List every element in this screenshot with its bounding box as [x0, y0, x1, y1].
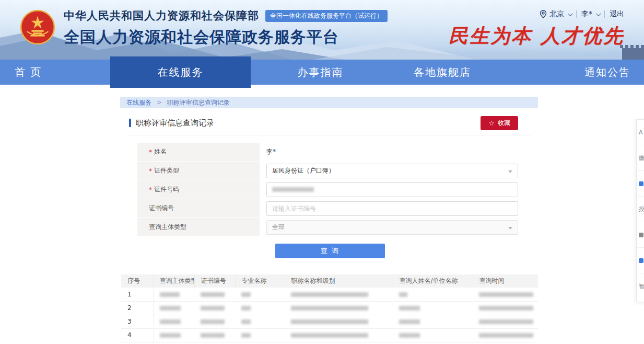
- required-mark: *: [149, 167, 152, 175]
- breadcrumb-separator: >: [157, 99, 162, 106]
- redacted-cell-value: [201, 319, 225, 324]
- panel-item[interactable]: [637, 222, 644, 248]
- col-title-name-level: 职称名称和级别: [285, 274, 393, 288]
- name-value: 李*: [266, 147, 276, 156]
- redacted-cell-value: [201, 292, 225, 297]
- redacted-cell-value: [241, 292, 251, 297]
- form-row-id-type: * 证件类型 居民身份证（户口簿）: [137, 162, 524, 180]
- col-query-time: 查询时间: [473, 274, 538, 288]
- logout-link[interactable]: 退出: [610, 9, 624, 19]
- redacted-cell-value: [160, 333, 181, 338]
- redacted-cell-value: [241, 333, 251, 338]
- site-header: 中华人民共和国人力资源和社会保障部 全国一体化在线政务服务平台（试运行） 全国人…: [0, 0, 644, 60]
- redacted-cell-value: [479, 292, 533, 297]
- nav-item-regional-stores[interactable]: 各地旗舰店: [390, 60, 495, 85]
- query-button[interactable]: 查 询: [275, 244, 385, 258]
- redacted-cell-value: [201, 306, 225, 311]
- required-mark: *: [149, 148, 152, 156]
- location-selector[interactable]: 北京: [540, 9, 571, 19]
- col-index: 序号: [121, 274, 153, 288]
- table-header-row: 序号 查询主体类型 证书编号 专业名称 职称名称和级别 查询人姓名/单位名称 查…: [121, 274, 538, 288]
- redacted-cell-value: [241, 319, 251, 324]
- breadcrumb-current: 职称评审信息查询记录: [167, 99, 230, 106]
- table-row: 1: [121, 288, 538, 301]
- location-pin-icon: [540, 10, 547, 18]
- results-tbody: 12345: [121, 288, 538, 344]
- col-certificate-number: 证书编号: [194, 274, 235, 288]
- table-row: 2: [121, 301, 538, 315]
- redacted-cell-value: [399, 319, 420, 324]
- id-number-input[interactable]: [266, 182, 518, 197]
- redacted-cell-value: [479, 306, 533, 311]
- panel-item[interactable]: [637, 248, 644, 273]
- ministry-name: 中华人民共和国人力资源和社会保障部: [64, 8, 259, 23]
- table-row: 3: [121, 315, 538, 328]
- results-table: 序号 查询主体类型 证书编号 专业名称 职称名称和级别 查询人姓名/单位名称 查…: [121, 274, 538, 344]
- subject-type-label: 查询主体类型: [149, 223, 186, 232]
- main-nav: 首 页 在线服务 办事指南 各地旗舰店 通知公告: [0, 60, 644, 85]
- certificate-number-input[interactable]: [266, 201, 518, 216]
- title-accent-bar: [129, 119, 131, 127]
- redacted-cell-value: [160, 319, 181, 324]
- star-outline-icon: ☆: [488, 120, 495, 127]
- title-divider: [129, 135, 531, 135]
- row-index: 4: [121, 328, 153, 342]
- id-type-label: 证件类型: [154, 166, 179, 175]
- slogan-calligraphy: 民生为本 人才优先: [449, 23, 624, 49]
- redacted-id-number: [272, 187, 314, 192]
- redacted-cell-value: [160, 306, 181, 311]
- table-row: 5: [121, 342, 538, 344]
- nav-item-online-services[interactable]: 在线服务: [110, 56, 251, 88]
- redacted-cell-value: [291, 333, 368, 338]
- certificate-number-label: 证书编号: [149, 204, 174, 213]
- user-menu[interactable]: 李*: [581, 9, 600, 19]
- site-title: 全国人力资源和社会保障政务服务平台: [64, 27, 388, 48]
- blue-app-icon: [639, 181, 643, 186]
- redacted-cell-value: [399, 333, 420, 338]
- row-index: 2: [121, 301, 153, 315]
- redacted-cell-value: [291, 306, 368, 311]
- form-row-subject-type: 查询主体类型 全部: [137, 218, 524, 236]
- favorite-button[interactable]: ☆ 收藏: [481, 116, 518, 130]
- nav-item-notices[interactable]: 通知公告: [530, 60, 644, 85]
- page-title: 职称评审信息查询记录: [129, 118, 214, 128]
- breadcrumb: 在线服务 > 职称评审信息查询记录: [120, 97, 538, 108]
- nav-item-service-guide[interactable]: 办事指南: [251, 60, 390, 85]
- national-emblem-logo: [20, 9, 55, 45]
- redacted-cell-value: [399, 292, 407, 297]
- query-form: * 姓名 李* * 证件类型 居民身份证（户口簿） * 证件号码: [137, 143, 524, 236]
- panel-item[interactable]: A: [637, 120, 644, 145]
- panel-item[interactable]: 投: [637, 197, 644, 222]
- location-label: 北京: [549, 9, 564, 19]
- panel-item[interactable]: 微: [637, 145, 644, 171]
- name-label: 姓名: [154, 147, 167, 156]
- redacted-cell-value: [399, 306, 420, 311]
- redacted-cell-value: [479, 319, 533, 324]
- select-caret-icon: [508, 227, 512, 230]
- required-mark: *: [149, 186, 152, 193]
- floating-side-panel: A 微 投 智: [636, 119, 644, 302]
- panel-item[interactable]: 智: [637, 273, 644, 299]
- gray-app-icon: [639, 233, 643, 237]
- chevron-down-icon: [596, 11, 601, 16]
- row-index: 1: [121, 288, 153, 301]
- subject-type-select[interactable]: 全部: [266, 220, 518, 235]
- chevron-down-icon: [568, 11, 573, 16]
- id-type-select[interactable]: 居民身份证（户口簿）: [266, 164, 518, 178]
- redacted-cell-value: [241, 306, 251, 311]
- username-label: 李*: [581, 9, 592, 19]
- divider: [604, 10, 605, 18]
- redacted-cell-value: [201, 333, 225, 338]
- platform-badge: 全国一体化在线政务服务平台（试运行）: [265, 10, 388, 22]
- redacted-cell-value: [291, 319, 368, 324]
- breadcrumb-link-online-services[interactable]: 在线服务: [126, 99, 151, 106]
- redacted-cell-value: [291, 292, 368, 297]
- blue-app-icon: [639, 258, 643, 263]
- nav-item-home[interactable]: 首 页: [0, 60, 110, 85]
- table-row: 4: [121, 328, 538, 342]
- col-major-name: 专业名称: [235, 274, 285, 288]
- divider: [576, 10, 577, 18]
- col-inquirer-name: 查询人姓名/单位名称: [393, 274, 473, 288]
- panel-item[interactable]: [637, 171, 644, 197]
- col-subject-type: 查询主体类型: [153, 274, 194, 288]
